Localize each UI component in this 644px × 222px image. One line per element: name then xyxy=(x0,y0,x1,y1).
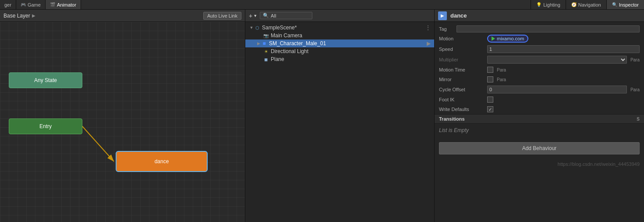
tab-navigation[interactable]: 🧭 Navigation xyxy=(566,0,606,9)
motion-triangle-icon xyxy=(492,36,495,41)
motion-label: Motion xyxy=(439,36,487,41)
tag-label: Tag xyxy=(439,26,456,32)
navigation-icon: 🧭 xyxy=(571,2,577,7)
inspector-icon: 🔍 xyxy=(612,2,617,7)
auto-live-link-button[interactable]: Auto Live Link xyxy=(203,12,241,20)
list-item[interactable]: ☀ Directional Light xyxy=(245,47,434,55)
inspector-content: Tag Motion mixamo.com Speed Multiplier xyxy=(435,22,644,222)
mirror-checkbox[interactable] xyxy=(487,76,493,82)
mirror-row: Mirror Para xyxy=(435,75,644,84)
write-defaults-label: Write Defaults xyxy=(439,107,487,112)
tab-ger[interactable]: ger xyxy=(0,0,16,9)
plane-icon: ◼ xyxy=(263,56,269,62)
hierarchy-panel: + ▼ 🔍 ▼ ⬡ SampleScene* ⋮ 📷 Main Camera xyxy=(245,10,435,222)
animator-panel: Base Layer ▶ Auto Live Link Any State En… xyxy=(0,10,245,222)
add-behaviour-button[interactable]: Add Behaviour xyxy=(439,142,640,154)
character-menu-icon[interactable]: ▶ xyxy=(427,40,431,47)
motion-time-label: Motion Time xyxy=(439,67,487,72)
motion-field[interactable]: mixamo.com xyxy=(487,35,528,43)
write-defaults-checkbox[interactable]: ✓ xyxy=(487,106,493,112)
light-icon: ☀ xyxy=(263,48,269,54)
transitions-solo-button[interactable]: S xyxy=(637,117,640,122)
expand-icon[interactable]: ▼ xyxy=(249,25,254,30)
add-button[interactable]: + ▼ xyxy=(249,12,257,19)
cycle-offset-para-button[interactable]: Para xyxy=(630,87,640,92)
animator-icon: 🎬 xyxy=(50,2,55,7)
write-defaults-row: Write Defaults ✓ xyxy=(435,104,644,114)
state-dance[interactable]: dance xyxy=(116,151,208,172)
motion-time-para-button[interactable]: Para xyxy=(497,68,506,72)
inspector-header: ▶ dance xyxy=(435,10,644,22)
tag-row: Tag xyxy=(435,25,644,33)
multiplier-select[interactable] xyxy=(487,56,627,64)
list-item[interactable]: 📷 Main Camera xyxy=(245,32,434,39)
tab-game[interactable]: 🎮 Game xyxy=(16,0,46,9)
multiplier-label: Multiplier xyxy=(439,57,487,62)
svg-line-1 xyxy=(82,126,114,161)
tag-field[interactable] xyxy=(456,25,640,32)
list-item[interactable]: ◼ Plane xyxy=(245,55,434,63)
search-icon: 🔍 xyxy=(263,13,269,18)
motion-time-checkbox[interactable] xyxy=(487,67,493,73)
search-box: 🔍 xyxy=(260,12,312,19)
foot-ik-row: Foot IK xyxy=(435,95,644,104)
animator-canvas[interactable]: Any State Entry dance xyxy=(0,22,245,222)
transitions-section-header: Transitions S xyxy=(435,114,644,124)
foot-ik-checkbox[interactable] xyxy=(487,97,493,103)
multiplier-row: Multiplier Para xyxy=(435,54,644,65)
list-empty: List is Empty xyxy=(435,124,644,137)
foot-ik-label: Foot IK xyxy=(439,97,487,102)
cycle-offset-row: Cycle Offset Para xyxy=(435,84,644,95)
tab-inspector[interactable]: 🔍 Inspector xyxy=(606,0,644,9)
state-entry[interactable]: Entry xyxy=(9,118,82,134)
speed-label: Speed xyxy=(439,47,487,52)
speed-row: Speed xyxy=(435,44,644,54)
list-item[interactable]: ▶ ■ SM_Character_Male_01 ▶ xyxy=(245,39,434,47)
mirror-para-button[interactable]: Para xyxy=(497,77,506,82)
dropdown-icon: ▼ xyxy=(253,14,257,18)
motion-time-row: Motion Time Para xyxy=(435,65,644,75)
inspector-panel: ▶ dance Tag Motion mixamo.com Speed xyxy=(435,10,644,222)
inspector-header-icon: ▶ xyxy=(438,11,447,20)
top-bar: ger 🎮 Game 🎬 Animator 💡 Lighting 🧭 Navig… xyxy=(0,0,644,10)
expand-icon[interactable]: ▶ xyxy=(256,41,261,46)
cycle-offset-field[interactable] xyxy=(487,86,627,93)
multiplier-para-button[interactable]: Para xyxy=(630,57,640,62)
main-content: Base Layer ▶ Auto Live Link Any State En… xyxy=(0,10,644,222)
breadcrumb-arrow-icon: ▶ xyxy=(32,13,35,18)
search-input[interactable] xyxy=(271,13,297,18)
game-icon: 🎮 xyxy=(21,2,26,7)
scene-icon: ⬡ xyxy=(254,25,260,31)
camera-icon: 📷 xyxy=(263,32,269,39)
animator-toolbar: Base Layer ▶ Auto Live Link xyxy=(0,10,245,22)
motion-row: Motion mixamo.com xyxy=(435,33,644,44)
list-item[interactable]: ▼ ⬡ SampleScene* ⋮ xyxy=(245,24,434,32)
speed-field[interactable] xyxy=(487,45,640,53)
plus-icon: + xyxy=(249,12,252,19)
breadcrumb: Base Layer ▶ xyxy=(4,13,35,19)
watermark: https://blog.csdn.net/weixin_44453949 xyxy=(435,160,644,168)
lighting-icon: 💡 xyxy=(536,2,541,7)
character-icon: ■ xyxy=(261,40,267,47)
hierarchy-content: ▼ ⬡ SampleScene* ⋮ 📷 Main Camera ▶ ■ SM_… xyxy=(245,22,434,222)
dots-menu-icon[interactable]: ⋮ xyxy=(425,25,431,31)
hierarchy-toolbar: + ▼ 🔍 xyxy=(245,10,434,22)
tab-animator[interactable]: 🎬 Animator xyxy=(46,0,81,9)
state-any-state[interactable]: Any State xyxy=(9,72,82,88)
tab-lighting[interactable]: 💡 Lighting xyxy=(531,0,566,9)
mirror-label: Mirror xyxy=(439,77,487,82)
inspector-title: dance xyxy=(450,12,467,19)
cycle-offset-label: Cycle Offset xyxy=(439,87,487,92)
